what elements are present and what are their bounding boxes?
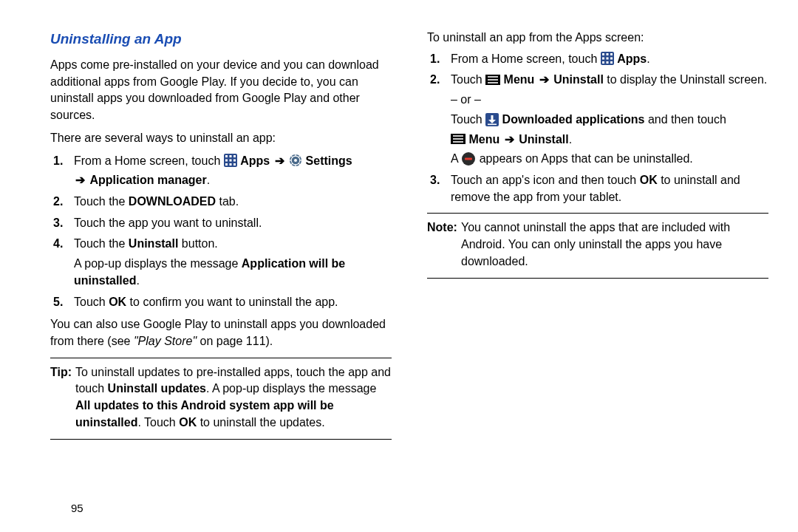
intro-paragraph: Apps come pre-installed on your device a…	[50, 57, 392, 124]
uninstall-label: Uninstall	[553, 73, 604, 86]
step-text: From a Home screen, touch	[451, 52, 601, 65]
note-label: Note:	[427, 219, 461, 270]
step-3: 3. Touch the app you want to uninstall.	[50, 215, 392, 232]
steps-list: 1. From a Home screen, touch Apps ➔ Sett…	[50, 153, 392, 311]
separator	[50, 439, 392, 440]
svg-rect-28	[602, 61, 604, 64]
ok-label: OK	[179, 416, 197, 429]
step-text: Touch the app you want to uninstall.	[74, 215, 392, 232]
also-paragraph: You can also use Google Play to uninstal…	[50, 316, 392, 349]
svg-rect-29	[606, 61, 608, 64]
downloaded-apps-label: Downloaded applications	[502, 113, 645, 126]
svg-rect-30	[610, 61, 613, 64]
step-text: to confirm you want to uninstall the app…	[126, 296, 338, 308]
step-text: and then touch	[648, 113, 726, 126]
settings-gear-icon	[289, 154, 302, 167]
uninstall-label: Uninstall	[519, 133, 569, 146]
ok-label: OK	[109, 296, 126, 308]
note-text: You cannot uninstall the apps that are i…	[461, 219, 768, 270]
menu-icon	[485, 75, 500, 85]
step-text: button.	[178, 237, 217, 250]
svg-rect-24	[610, 53, 613, 55]
page-number: 95	[71, 500, 83, 516]
svg-rect-36	[491, 115, 494, 120]
apps-grid-icon	[601, 52, 614, 65]
play-store-ref: "Play Store"	[134, 335, 197, 347]
step-text: A	[451, 152, 461, 165]
dot: .	[647, 52, 649, 65]
menu-icon	[451, 134, 466, 144]
step-2: 2. Touch the DOWNLOADED tab.	[50, 194, 392, 211]
separator	[50, 358, 392, 358]
svg-rect-3	[233, 155, 236, 157]
tip-text: to uninstall the updates.	[197, 416, 324, 429]
tip-text: . A pop-up displays the message	[206, 382, 376, 395]
separator	[427, 213, 768, 214]
uninstall-label: Uninstall	[129, 237, 179, 250]
dot: .	[569, 133, 572, 146]
step-text: Touch an app's icon and then touch	[451, 174, 640, 186]
ok-label: OK	[640, 174, 658, 186]
or-text: – or –	[451, 92, 768, 109]
tip-text: . Touch	[137, 416, 179, 429]
svg-rect-23	[606, 53, 608, 55]
svg-rect-5	[229, 160, 231, 162]
tip-block: Tip: To uninstall updates to pre-install…	[50, 364, 392, 432]
ways-paragraph: There are several ways to uninstall an a…	[50, 130, 392, 147]
apps-grid-icon	[224, 154, 237, 167]
step-text: tab.	[216, 195, 239, 208]
steps-list-right: 1. From a Home screen, touch Apps. 2. To…	[427, 51, 768, 206]
download-icon	[485, 113, 499, 126]
step-text: Touch the	[74, 195, 129, 208]
tip-label: Tip:	[50, 364, 75, 432]
svg-rect-25	[602, 58, 604, 60]
step-text: From a Home screen, touch	[74, 154, 224, 167]
separator	[427, 278, 768, 279]
right-intro: To uninstall an app from the Apps screen…	[427, 30, 768, 47]
section-heading: Uninstalling an App	[50, 30, 392, 50]
apps-label: Apps	[617, 52, 647, 65]
uninstall-updates-label: Uninstall updates	[108, 382, 206, 395]
menu-label: Menu	[504, 73, 535, 86]
step-text: Touch	[74, 296, 109, 308]
step-text: Touch	[451, 113, 485, 126]
step-text: to display the Uninstall screen.	[607, 73, 767, 86]
menu-label: Menu	[468, 133, 499, 146]
svg-point-12	[294, 159, 297, 162]
svg-rect-38	[488, 123, 497, 125]
svg-rect-4	[225, 160, 228, 162]
step-5: 5. Touch OK to confirm you want to unins…	[50, 294, 392, 311]
arrow: ➔	[503, 133, 519, 146]
downloaded-label: DOWNLOADED	[129, 195, 216, 208]
svg-rect-9	[233, 163, 236, 166]
step-4: 4. Touch the Uninstall button. A pop-up …	[50, 236, 392, 289]
also-text: on page 111).	[197, 335, 273, 347]
dot: .	[136, 274, 139, 287]
arrow: ➔	[273, 154, 289, 167]
svg-rect-7	[225, 163, 228, 166]
left-column: Uninstalling an App Apps come pre-instal…	[50, 30, 392, 446]
apps-label: Apps	[240, 154, 270, 167]
appmgr-label: Application manager	[89, 174, 206, 186]
svg-rect-2	[229, 155, 231, 157]
svg-rect-27	[610, 58, 613, 60]
dot: .	[207, 174, 210, 186]
svg-rect-1	[225, 155, 228, 157]
remove-badge-icon	[461, 151, 476, 166]
step-r2: 2. Touch Menu ➔ Uninstall to display the…	[427, 72, 768, 168]
step-r1: 1. From a Home screen, touch Apps.	[427, 51, 768, 68]
note-block: Note: You cannot uninstall the apps that…	[427, 219, 768, 270]
svg-rect-26	[606, 58, 608, 60]
step-1: 1. From a Home screen, touch Apps ➔ Sett…	[50, 153, 392, 189]
right-column: To uninstall an app from the Apps screen…	[427, 30, 768, 446]
step-subtext: A pop-up displays the message	[74, 257, 242, 270]
svg-rect-22	[602, 53, 604, 55]
svg-rect-44	[465, 158, 472, 160]
step-r3: 3. Touch an app's icon and then touch OK…	[427, 172, 768, 205]
step-text: Touch the	[74, 237, 129, 250]
settings-label: Settings	[306, 154, 352, 167]
arrow: ➔	[538, 73, 553, 86]
step-text: Touch	[451, 73, 485, 86]
arrow: ➔	[74, 174, 89, 186]
step-text: appears on Apps that can be uninstalled.	[480, 152, 693, 165]
